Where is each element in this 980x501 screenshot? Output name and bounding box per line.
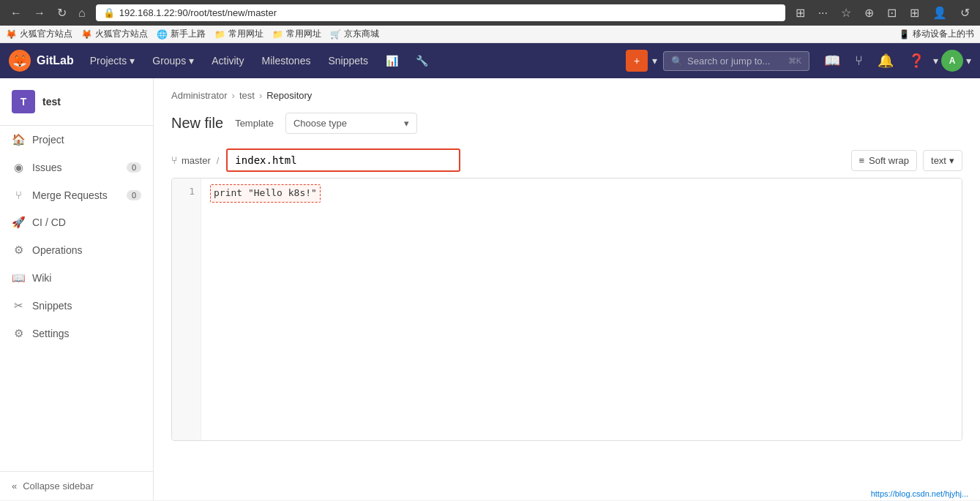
choose-type-label: Choose type: [293, 118, 347, 129]
search-input[interactable]: 🔍 Search or jump to... ⌘K: [663, 51, 809, 71]
wiki-icon: 📖: [12, 271, 25, 285]
bookmark-2[interactable]: 🦊 火狐官方站点: [81, 28, 148, 40]
breadcrumb: Administrator › test › Repository: [171, 90, 962, 101]
url-text: 192.168.1.22:90/root/test/new/master: [119, 7, 277, 18]
cicd-icon: 🚀: [12, 216, 25, 229]
gitlab-logo[interactable]: 🦊 GitLab: [9, 50, 74, 72]
help-chevron[interactable]: ▾: [933, 55, 938, 67]
branch-name: master: [182, 155, 211, 166]
breadcrumb-sep-2: ›: [259, 90, 262, 101]
star-button[interactable]: ☆: [837, 4, 856, 21]
breadcrumb-test[interactable]: test: [239, 90, 255, 101]
settings-icon: ⚙: [12, 327, 25, 340]
sidebar-label-issues: Issues: [32, 162, 61, 173]
sidebar-label-merge: Merge Requests: [32, 189, 108, 201]
forward-button[interactable]: →: [29, 5, 50, 21]
sync-button[interactable]: ↺: [956, 4, 974, 21]
line-number-1: 1: [172, 184, 201, 200]
sidebar-item-operations[interactable]: ⚙ Operations: [0, 236, 153, 264]
sidebar-browser-button[interactable]: ⊡: [883, 4, 901, 21]
sidebar-item-cicd[interactable]: 🚀 CI / CD: [0, 208, 153, 236]
nav-activity[interactable]: Activity: [204, 43, 251, 78]
bookmark-mobile[interactable]: 📱 移动设备上的书: [899, 28, 974, 40]
filename-input[interactable]: [226, 148, 460, 172]
filename-wrapper: [226, 148, 460, 172]
collapse-sidebar-button[interactable]: « Collapse sidebar: [12, 481, 141, 491]
bookmark-3[interactable]: 🌐 新手上路: [157, 28, 206, 40]
sidebar: T test 🏠 Project ◉ Issues 0 ⑂ Merge Requ…: [0, 78, 154, 500]
profile-button[interactable]: 👤: [928, 4, 951, 21]
choose-type-dropdown[interactable]: Choose type ▾: [285, 113, 417, 134]
gitlab-navbar: 🦊 GitLab Projects ▾ Groups ▾ Activity Mi…: [0, 43, 980, 78]
sidebar-label-cicd: CI / CD: [32, 216, 66, 228]
reload-button[interactable]: ↻: [53, 4, 71, 21]
sidebar-footer: « Collapse sidebar: [0, 471, 153, 500]
line-numbers: 1: [172, 178, 201, 440]
nav-icon-merge[interactable]: ⑂: [849, 50, 869, 72]
main-content: Administrator › test › Repository New fi…: [154, 78, 980, 500]
gitlab-icon: 🦊: [9, 50, 31, 72]
nav-chart[interactable]: 📊: [378, 43, 405, 78]
editor-right-controls: ≡ Soft wrap text ▾: [851, 150, 962, 171]
nav-icon-bell[interactable]: 🔔: [872, 50, 899, 72]
sidebar-label-snippets: Snippets: [32, 300, 72, 312]
sidebar-item-merge-requests[interactable]: ⑂ Merge Requests 0: [0, 181, 153, 208]
lock-icon: 🔒: [103, 7, 115, 18]
bookmark-5[interactable]: 📁 常用网址: [272, 28, 321, 40]
soft-wrap-button[interactable]: ≡ Soft wrap: [851, 150, 918, 171]
sidebar-item-issues[interactable]: ◉ Issues 0: [0, 154, 153, 181]
bookmark-4[interactable]: 📁 常用网址: [214, 28, 263, 40]
snippets-icon: ✂: [12, 299, 25, 312]
sidebar-label-wiki: Wiki: [32, 272, 51, 284]
extensions-button[interactable]: ⊕: [860, 4, 878, 21]
address-bar[interactable]: 🔒 192.168.1.22:90/root/test/new/master: [96, 4, 785, 21]
text-mode-chevron: ▾: [949, 155, 954, 166]
main-layout: T test 🏠 Project ◉ Issues 0 ⑂ Merge Requ…: [0, 78, 980, 500]
nav-icon-help[interactable]: ❓: [902, 50, 930, 72]
sidebar-item-snippets[interactable]: ✂ Snippets: [0, 292, 153, 320]
nav-right-icons: 📖 ⑂ 🔔 ❓ ▾ A ▾: [818, 50, 971, 72]
sidebar-header: T test: [0, 78, 153, 126]
branch-icon: ⑂: [171, 154, 177, 166]
bookmark-6[interactable]: 🛒 京东商城: [330, 28, 379, 40]
avatar-chevron[interactable]: ▾: [966, 55, 971, 67]
text-mode-select[interactable]: text ▾: [923, 150, 962, 171]
chevron-down-icon: ▾: [130, 55, 135, 67]
nav-snippets[interactable]: Snippets: [321, 43, 375, 78]
merge-badge: 0: [127, 190, 141, 200]
nav-icon-reading[interactable]: 📖: [818, 50, 846, 72]
editor-toolbar: ⑂ master / ≡ Soft wrap text ▾: [171, 148, 962, 172]
code-line-1: print "Hello k8s!": [210, 184, 321, 203]
user-avatar[interactable]: A: [941, 50, 963, 72]
nav-milestones[interactable]: Milestones: [255, 43, 318, 78]
more-button[interactable]: ···: [814, 5, 832, 21]
code-editor[interactable]: 1 print "Hello k8s!": [171, 178, 962, 441]
chevron-down-icon: ▾: [189, 55, 194, 67]
qr-button[interactable]: ⊞: [791, 4, 809, 21]
sidebar-label-operations: Operations: [32, 244, 82, 256]
sidebar-item-wiki[interactable]: 📖 Wiki: [0, 264, 153, 292]
browser-chrome: ← → ↻ ⌂ 🔒 192.168.1.22:90/root/test/new/…: [0, 0, 980, 26]
nav-groups[interactable]: Groups ▾: [145, 43, 201, 78]
back-button[interactable]: ←: [6, 5, 26, 21]
bookmarks-bar: 🦊 火狐官方站点 🦊 火狐官方站点 🌐 新手上路 📁 常用网址 📁 常用网址 🛒…: [0, 26, 980, 43]
browser-actions: ⊞ ··· ☆ ⊕ ⊡ ⊞ 👤 ↺: [791, 4, 974, 21]
nav-wrench[interactable]: 🔧: [408, 43, 435, 78]
breadcrumb-administrator[interactable]: Administrator: [171, 90, 228, 101]
template-label: Template: [235, 118, 274, 129]
create-button[interactable]: +: [626, 50, 648, 72]
project-icon: 🏠: [12, 133, 25, 146]
split-view-button[interactable]: ⊞: [905, 4, 924, 21]
project-name: test: [42, 96, 61, 108]
sidebar-item-project[interactable]: 🏠 Project: [0, 126, 153, 154]
sidebar-item-settings[interactable]: ⚙ Settings: [0, 320, 153, 347]
nav-projects[interactable]: Projects ▾: [83, 43, 143, 78]
collapse-icon: «: [12, 481, 17, 491]
page-title: New file: [171, 115, 223, 132]
chevron-down-icon: ▾: [404, 118, 409, 129]
nav-chevron[interactable]: ▾: [652, 55, 657, 67]
home-button[interactable]: ⌂: [74, 5, 90, 21]
sidebar-nav: 🏠 Project ◉ Issues 0 ⑂ Merge Requests 0 …: [0, 126, 153, 471]
bookmark-1[interactable]: 🦊 火狐官方站点: [6, 28, 72, 40]
code-content[interactable]: print "Hello k8s!": [201, 178, 962, 440]
